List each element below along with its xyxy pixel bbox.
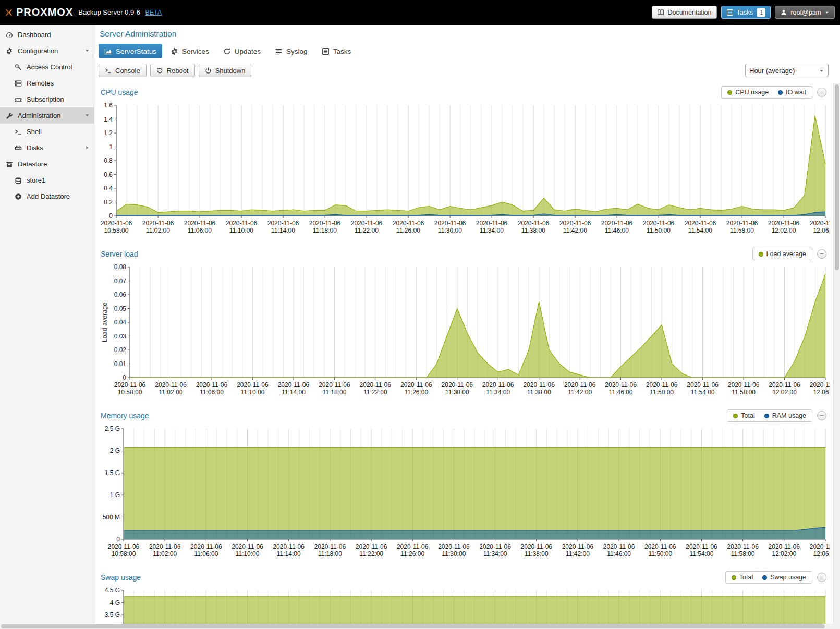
swap-usage-chart: 0500 M1 G1.5 G2 G2.5 G3 G3.5 G4 G4.5 G20… bbox=[99, 586, 830, 624]
svg-text:2020-11-06: 2020-11-06 bbox=[278, 381, 310, 389]
chart-legend: CPU usageIO wait bbox=[721, 86, 812, 99]
sidebar-item-dashboard[interactable]: Dashboard bbox=[0, 27, 94, 43]
sidebar-item-label: Dashboard bbox=[18, 31, 51, 39]
beta-link[interactable]: BETA bbox=[145, 9, 162, 16]
shutdown-button[interactable]: Shutdown bbox=[199, 64, 252, 77]
legend-item[interactable]: Load average bbox=[759, 250, 806, 258]
sidebar-item-subscription[interactable]: Subscription bbox=[0, 91, 94, 107]
chevron-down-icon[interactable] bbox=[84, 47, 90, 54]
legend-item[interactable]: Total bbox=[733, 412, 754, 419]
sidebar-item-disks[interactable]: Disks bbox=[0, 140, 94, 156]
sidebar-item-label: store1 bbox=[27, 176, 45, 184]
svg-text:0.2: 0.2 bbox=[104, 199, 113, 206]
legend-label: IO wait bbox=[786, 89, 806, 96]
svg-text:11:42:00: 11:42:00 bbox=[568, 389, 592, 396]
svg-text:2020-11-06: 2020-11-06 bbox=[232, 543, 263, 550]
sidebar-item-label: Configuration bbox=[18, 47, 58, 55]
svg-text:0.04: 0.04 bbox=[114, 319, 127, 326]
horizontal-scrollbar[interactable] bbox=[0, 624, 840, 629]
sidebar-item-access-control[interactable]: Access Control bbox=[0, 59, 94, 75]
tab-updates[interactable]: Updates bbox=[217, 44, 266, 58]
chevron-right-icon[interactable] bbox=[84, 144, 90, 151]
area-chart-icon bbox=[104, 47, 112, 55]
server-icon bbox=[14, 80, 22, 87]
sidebar-item-shell[interactable]: Shell bbox=[0, 124, 94, 140]
product-version-label: Backup Server 0.9-6 bbox=[78, 8, 140, 16]
vertical-scrollbar-thumb[interactable] bbox=[835, 84, 839, 270]
console-label: Console bbox=[115, 67, 140, 75]
svg-text:12:02:00: 12:02:00 bbox=[772, 227, 796, 234]
collapse-panel-button[interactable]: − bbox=[817, 249, 826, 259]
chevron-down-icon[interactable] bbox=[84, 112, 90, 118]
chevron-down-icon bbox=[824, 10, 830, 15]
sidebar-item-administration[interactable]: Administration bbox=[0, 107, 94, 124]
svg-text:2020-11-06: 2020-11-06 bbox=[521, 543, 553, 550]
svg-text:11:06:00: 11:06:00 bbox=[200, 389, 224, 396]
tab-tasks[interactable]: Tasks bbox=[316, 44, 357, 58]
svg-text:0: 0 bbox=[123, 374, 126, 381]
svg-text:11:50:00: 11:50:00 bbox=[647, 227, 671, 234]
svg-text:2020-11-06: 2020-11-06 bbox=[442, 381, 473, 389]
svg-text:2020-11-06: 2020-11-06 bbox=[397, 543, 429, 550]
tab-serverstatus[interactable]: ServerStatus bbox=[99, 44, 162, 58]
list-icon bbox=[275, 47, 283, 55]
svg-text:11:54:00: 11:54:00 bbox=[690, 550, 714, 558]
svg-text:1 G: 1 G bbox=[110, 491, 120, 499]
legend-item[interactable]: Swap usage bbox=[762, 574, 806, 581]
sidebar-item-add-datastore[interactable]: Add Datastore bbox=[0, 188, 94, 204]
horizontal-scrollbar-thumb[interactable] bbox=[1, 624, 825, 628]
svg-text:2020-11-06: 2020-11-06 bbox=[643, 220, 675, 227]
svg-text:2020-11-06: 2020-11-06 bbox=[727, 543, 759, 550]
documentation-button[interactable]: Documentation bbox=[652, 6, 716, 19]
svg-text:11:38:00: 11:38:00 bbox=[521, 227, 545, 234]
legend-label: CPU usage bbox=[735, 89, 769, 96]
svg-text:2020-11-06: 2020-11-06 bbox=[434, 220, 466, 227]
svg-text:11:42:00: 11:42:00 bbox=[563, 227, 587, 234]
svg-text:11:10:00: 11:10:00 bbox=[236, 550, 260, 558]
legend-item[interactable]: Total bbox=[732, 574, 753, 581]
svg-text:2020-11-06: 2020-11-06 bbox=[393, 220, 424, 227]
svg-text:11:18:00: 11:18:00 bbox=[313, 227, 337, 234]
sidebar-item-store1[interactable]: store1 bbox=[0, 172, 94, 188]
svg-text:1.5 G: 1.5 G bbox=[105, 469, 120, 477]
sidebar-item-configuration[interactable]: Configuration bbox=[0, 43, 94, 59]
vertical-scrollbar[interactable] bbox=[833, 83, 840, 624]
svg-text:0: 0 bbox=[109, 212, 113, 220]
panel-title: CPU usage bbox=[101, 88, 138, 96]
svg-text:2020-11-06: 2020-11-06 bbox=[603, 543, 635, 550]
svg-text:2.5 G: 2.5 G bbox=[105, 425, 120, 432]
tab-syslog[interactable]: Syslog bbox=[269, 44, 313, 58]
collapse-panel-button[interactable]: − bbox=[817, 573, 826, 582]
svg-text:0.02: 0.02 bbox=[114, 346, 127, 354]
sidebar-item-datastore[interactable]: Datastore bbox=[0, 156, 94, 172]
svg-text:11:22:00: 11:22:00 bbox=[359, 550, 383, 558]
svg-text:2020-11-06: 2020-11-06 bbox=[646, 381, 678, 389]
legend-item[interactable]: RAM usage bbox=[764, 412, 806, 419]
sidebar-item-remotes[interactable]: Remotes bbox=[0, 75, 94, 91]
svg-text:11:26:00: 11:26:00 bbox=[400, 550, 424, 558]
memory-usage-panel: Memory usage TotalRAM usage − 0500 M1 G1… bbox=[99, 407, 830, 560]
svg-text:0.05: 0.05 bbox=[114, 305, 127, 312]
svg-text:11:06:00: 11:06:00 bbox=[188, 227, 212, 234]
swap-usage-panel: Swap usage TotalSwap usage − 0500 M1 G1.… bbox=[99, 568, 830, 624]
svg-text:12:06:00: 12:06:00 bbox=[813, 389, 830, 396]
legend-label: Total bbox=[739, 574, 753, 581]
dashboard-icon bbox=[5, 31, 14, 39]
tab-services[interactable]: Services bbox=[165, 44, 215, 58]
svg-text:11:58:00: 11:58:00 bbox=[730, 227, 754, 234]
svg-text:2020-11-06: 2020-11-06 bbox=[142, 220, 174, 227]
svg-text:11:06:00: 11:06:00 bbox=[194, 550, 218, 558]
console-button[interactable]: Console bbox=[99, 64, 147, 77]
collapse-panel-button[interactable]: − bbox=[817, 88, 826, 97]
tasks-button[interactable]: Tasks 1 bbox=[721, 6, 771, 19]
svg-text:2020-11-06: 2020-11-06 bbox=[605, 381, 637, 389]
svg-text:11:18:00: 11:18:00 bbox=[318, 550, 342, 558]
legend-label: RAM usage bbox=[772, 412, 806, 419]
legend-item[interactable]: IO wait bbox=[778, 89, 806, 96]
reboot-button[interactable]: Reboot bbox=[150, 64, 195, 77]
user-menu-button[interactable]: root@pam bbox=[775, 6, 835, 19]
svg-text:2020-11-06: 2020-11-06 bbox=[226, 220, 258, 227]
timeframe-select[interactable]: Hour (average) bbox=[745, 64, 829, 77]
legend-item[interactable]: CPU usage bbox=[727, 89, 769, 96]
collapse-panel-button[interactable]: − bbox=[817, 411, 826, 420]
